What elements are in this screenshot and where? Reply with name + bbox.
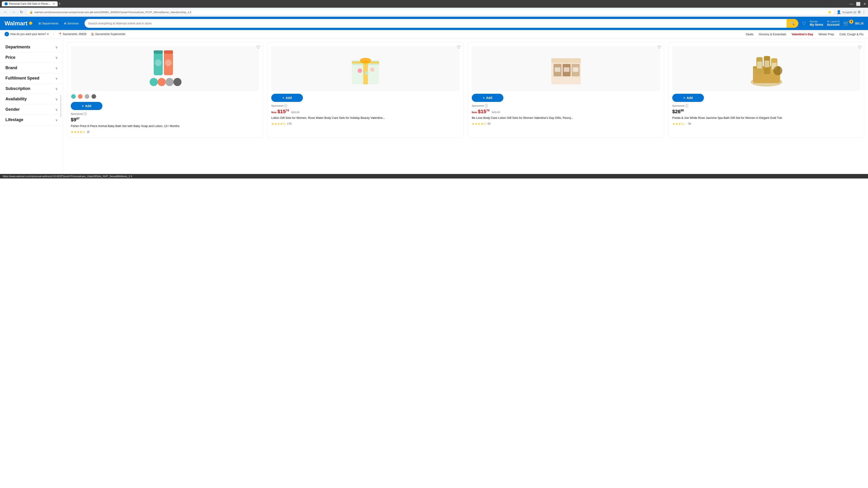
reorder-label: Reorder xyxy=(810,20,818,23)
forward-button[interactable]: → xyxy=(10,9,17,15)
stars-4: ★★★½☆ xyxy=(672,122,687,126)
search-input[interactable] xyxy=(85,19,786,28)
reorder-button[interactable]: Reorder My Items xyxy=(810,20,823,26)
gender-chevron-icon: ∨ xyxy=(55,108,58,111)
sponsored-info-icon-4[interactable]: ℹ xyxy=(685,104,688,107)
departments-filter[interactable]: Departments ∨ xyxy=(0,42,63,53)
price-chevron-icon: ∨ xyxy=(55,56,58,59)
add-to-cart-button-4[interactable]: + Add xyxy=(672,94,704,102)
availability-filter[interactable]: Availability ∨ xyxy=(0,94,63,104)
tab-title: Personal Care Gift Sets in Perso... xyxy=(9,2,51,5)
account-button[interactable]: Hi, Lauren D Account xyxy=(827,20,839,26)
delivery-text: How do you want your items? xyxy=(10,33,46,36)
product-image-1[interactable] xyxy=(71,46,259,91)
grocery-link[interactable]: Grocery & Essentials xyxy=(759,33,786,36)
cold-flu-link[interactable]: Cold, Cough & Flu xyxy=(839,33,864,36)
departments-chevron-icon: ∨ xyxy=(55,45,58,49)
add-label-3: Add xyxy=(486,96,492,100)
menu-icon[interactable]: ⋮ xyxy=(862,10,866,14)
swatch-teal-1[interactable] xyxy=(71,94,76,99)
address-bar[interactable]: 🔒 walmart.com/browse/personal-care/perso… xyxy=(26,9,835,15)
incognito-label: Incognito (3) xyxy=(842,11,856,13)
services-icon: ⊕ xyxy=(64,22,66,25)
svg-rect-2 xyxy=(154,51,163,54)
svg-rect-23 xyxy=(555,67,560,72)
main-layout: Departments ∨ Price ∨ Brand ∨ Fulfillmen… xyxy=(0,38,868,174)
svg-point-6 xyxy=(150,78,158,86)
add-to-cart-button-3[interactable]: + Add xyxy=(472,94,503,102)
delivery-icon: ✓ xyxy=(4,32,9,36)
subscription-filter[interactable]: Subscription ∨ xyxy=(0,84,63,94)
product-image-4[interactable] xyxy=(672,46,861,91)
product-image-3[interactable] xyxy=(472,46,660,91)
deals-link[interactable]: Deals xyxy=(746,33,753,36)
departments-button[interactable]: ⊞ Departments xyxy=(36,20,61,26)
back-button[interactable]: ← xyxy=(2,9,8,15)
status-bar: https://www.walmart.com/cp/sexual-wellne… xyxy=(0,174,868,178)
winter-prep-link[interactable]: Winter Prep xyxy=(818,33,834,36)
wishlist-button[interactable]: ♡ xyxy=(802,21,806,26)
product-title-3: Be Love Body Care Lotion Gift Sets for W… xyxy=(472,116,660,120)
cart-button[interactable]: 🛒 8 $51.15 xyxy=(843,21,864,26)
walmart-logo[interactable]: Walmart ✸ xyxy=(4,20,33,27)
price-filter[interactable]: Price ∨ xyxy=(0,53,63,63)
rating-row-2: ★★★★½ 178 xyxy=(271,122,460,126)
product-image-2[interactable] xyxy=(271,46,460,91)
lifestage-chevron-icon: ∨ xyxy=(55,118,58,122)
brand-chevron-icon: ∨ xyxy=(55,66,58,70)
lifestage-filter-label: Lifestage xyxy=(5,118,23,122)
profile-icon[interactable]: 👤 xyxy=(837,10,841,14)
sponsored-info-icon-2[interactable]: ℹ xyxy=(284,104,287,107)
price-display-4: $2699 xyxy=(672,109,684,115)
stars-1: ★★★★½ xyxy=(71,130,85,134)
wishlist-button-3[interactable]: ♡ xyxy=(657,44,661,50)
location-text[interactable]: 📍 Sacramento, 95829 xyxy=(59,33,87,36)
gender-filter[interactable]: Gender ∨ xyxy=(0,104,63,115)
wishlist-button-1[interactable]: ♡ xyxy=(256,44,260,50)
sponsored-text-2: Sponsored xyxy=(271,104,283,107)
now-label-2: Now xyxy=(271,111,276,113)
lifestage-filter[interactable]: Lifestage ∨ xyxy=(0,115,63,125)
add-to-cart-button-1[interactable]: + Add xyxy=(71,102,102,110)
fulfillment-speed-filter-label: Fulfillment Speed xyxy=(5,76,39,80)
top-nav-links: Deals Grocery & Essentials Valentine's D… xyxy=(746,33,864,36)
maximize-button[interactable]: ⬜ xyxy=(856,2,861,6)
search-button[interactable]: 🔍 xyxy=(786,19,798,28)
minimize-button[interactable]: — xyxy=(849,2,853,6)
browser-chrome: Personal Care Gift Sets in Perso... ✕ + … xyxy=(0,0,868,8)
store-text[interactable]: 🏠 Sacramento Supercenter xyxy=(91,33,125,36)
browser-nav: ← → ↻ 🔒 walmart.com/browse/personal-care… xyxy=(0,8,868,17)
product-card-2: ♡ xyxy=(268,42,463,138)
sponsored-text-4: Sponsored xyxy=(672,104,684,107)
valentines-link[interactable]: Valentine's Day xyxy=(792,33,813,36)
price-display-1: $997 xyxy=(71,117,80,123)
reload-button[interactable]: ↻ xyxy=(19,9,24,15)
svg-rect-19 xyxy=(551,58,581,63)
product-card-4: ♡ xyxy=(669,42,864,138)
fulfillment-speed-filter[interactable]: Fulfillment Speed ∨ xyxy=(0,73,63,84)
new-tab-button[interactable]: + xyxy=(59,2,61,6)
svg-point-7 xyxy=(158,78,166,86)
svg-rect-24 xyxy=(564,67,569,72)
add-label-4: Add xyxy=(686,96,692,100)
store-icon: 🏠 xyxy=(91,33,94,36)
svg-point-5 xyxy=(165,59,172,66)
swatch-gray-1[interactable] xyxy=(84,94,90,99)
swatch-darkgray-1[interactable] xyxy=(91,94,96,99)
swatch-orange-1[interactable] xyxy=(78,94,83,99)
delivery-options-button[interactable]: ✓ How do you want your items? ▾ xyxy=(4,32,49,36)
close-window-button[interactable]: ✕ xyxy=(863,2,866,6)
extensions-icon[interactable]: ⚙ xyxy=(858,10,861,14)
wishlist-button-4[interactable]: ♡ xyxy=(858,44,862,50)
sponsored-info-icon-1[interactable]: ℹ xyxy=(84,112,87,116)
active-tab[interactable]: Personal Care Gift Sets in Perso... ✕ xyxy=(2,1,58,6)
sponsored-info-icon-3[interactable]: ℹ xyxy=(485,104,488,107)
wishlist-button-2[interactable]: ♡ xyxy=(457,44,461,50)
price-filter-label: Price xyxy=(5,55,16,60)
tab-close-button[interactable]: ✕ xyxy=(53,2,55,5)
price-row-2: Now $1574 $29.99 xyxy=(271,109,460,115)
add-to-cart-button-2[interactable]: + Add xyxy=(271,94,303,102)
brand-filter[interactable]: Brand ∨ xyxy=(0,63,63,73)
services-button[interactable]: ⊕ Services xyxy=(62,20,81,26)
svg-rect-33 xyxy=(765,61,770,67)
